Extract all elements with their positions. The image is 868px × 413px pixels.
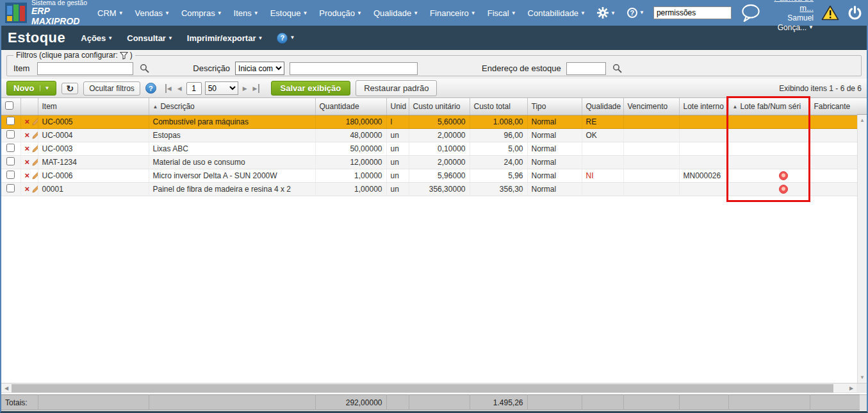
gear-icon <box>597 7 609 19</box>
sort-asc-icon: ▲ <box>733 104 738 110</box>
table-row[interactable]: × UC-0005 Combustível para máquinas 180,… <box>1 115 860 128</box>
menu-contabilidade[interactable]: Contabilidade▼ <box>528 8 585 18</box>
header-unid[interactable]: Unid <box>386 98 409 115</box>
acoes-menu[interactable]: Ações▼ <box>81 33 113 43</box>
menu-fiscal[interactable]: Fiscal▼ <box>487 8 516 18</box>
table-row[interactable]: × UC-0004 Estopas 48,00000 un 2,00000 96… <box>1 128 860 142</box>
edit-pencil-icon[interactable] <box>32 131 38 139</box>
chevron-down-icon: ▼ <box>108 35 113 41</box>
header-quantidade[interactable]: Quantidade <box>315 98 386 115</box>
table-row[interactable]: × UC-0003 Lixas ABC 50,00000 un 0,10000 … <box>1 142 860 155</box>
scroll-left-icon[interactable]: ◀ <box>1 385 12 391</box>
select-all-checkbox[interactable] <box>5 101 13 110</box>
chat-bubble-icon[interactable] <box>741 4 761 22</box>
first-page-icon[interactable]: ◀ <box>165 84 173 93</box>
account-menu[interactable]: Fábrica de m... Samuel Gonça...▼ <box>769 0 814 33</box>
scroll-right-icon[interactable]: ▶ <box>846 385 856 391</box>
next-page-icon[interactable]: ▶ <box>242 84 249 93</box>
header-custo-total[interactable]: Custo total <box>470 98 527 115</box>
search-icon[interactable] <box>140 63 149 73</box>
table-row[interactable]: × MAT-1234 Material de uso e consumo 12,… <box>1 155 860 169</box>
imprimir-exportar-menu[interactable]: Imprimir/exportar▼ <box>187 33 263 43</box>
logout-power-icon[interactable] <box>847 5 863 21</box>
menu-compras[interactable]: Compras▼ <box>181 8 222 18</box>
chevron-down-icon: ▼ <box>471 10 476 16</box>
descricao-filter-input[interactable] <box>290 62 418 75</box>
edit-pencil-icon[interactable] <box>32 117 38 126</box>
consultar-menu[interactable]: Consultar▼ <box>127 33 173 43</box>
edit-pencil-icon[interactable] <box>32 144 38 153</box>
horizontal-scrollbar[interactable]: ◀ ▶ <box>1 384 867 393</box>
search-icon[interactable] <box>612 63 622 73</box>
help-icon[interactable]: ? <box>145 83 156 94</box>
row-checkbox[interactable] <box>6 171 15 179</box>
edit-pencil-icon[interactable] <box>32 158 38 166</box>
global-search-input[interactable] <box>653 6 732 19</box>
delete-icon[interactable]: × <box>25 117 30 126</box>
table-row[interactable]: × UC-0006 Micro inversor Delta A - SUN 2… <box>1 169 860 182</box>
menu-itens[interactable]: Itens▼ <box>234 8 259 18</box>
novo-button[interactable]: Novo▼ <box>6 81 56 96</box>
delete-icon[interactable]: × <box>25 144 30 153</box>
warning-icon[interactable] <box>821 5 839 21</box>
chevron-down-icon: ▼ <box>610 10 616 16</box>
scrollbar-thumb[interactable] <box>12 384 833 392</box>
serial-number-badge-icon[interactable] <box>779 171 788 180</box>
header-tipo[interactable]: Tipo <box>527 98 582 115</box>
help-icon: ? <box>277 33 288 44</box>
serial-number-badge-icon[interactable] <box>779 185 788 194</box>
header-custo-unitario[interactable]: Custo unitário <box>409 98 470 115</box>
descricao-operator-select[interactable]: Inicia com <box>235 62 284 75</box>
header-vencimento[interactable]: Vencimento <box>623 98 679 115</box>
help-menu[interactable]: ?▼ <box>627 8 644 18</box>
page-help-menu[interactable]: ?▼ <box>277 33 295 44</box>
header-qualidade[interactable]: Qualidade <box>582 98 623 115</box>
item-filter-input[interactable] <box>37 62 133 75</box>
funnel-icon[interactable] <box>120 51 128 60</box>
endereco-filter-input[interactable] <box>566 62 606 75</box>
restaurar-padrao-button[interactable]: Restaurar padrão <box>356 80 437 96</box>
help-icon: ? <box>627 8 637 18</box>
chevron-down-icon: ▼ <box>580 10 585 16</box>
table-row[interactable]: × 00001 Painel de fibra de madeira e res… <box>1 182 860 196</box>
delete-icon[interactable]: × <box>25 184 30 194</box>
row-checkbox[interactable] <box>6 184 15 192</box>
header-lote-fab-num-serie[interactable]: ▲Lote fab/Num séri <box>728 98 810 115</box>
ocultar-filtros-button[interactable]: Ocultar filtros <box>83 81 140 96</box>
row-checkbox[interactable] <box>6 157 15 165</box>
header-item[interactable]: Item <box>38 98 149 115</box>
header-fabricante[interactable]: Fabricante <box>810 98 860 115</box>
refresh-button[interactable]: ↻ <box>61 83 78 94</box>
row-checkbox[interactable] <box>6 130 15 139</box>
menu-crm[interactable]: CRM▼ <box>97 8 124 18</box>
scroll-up-icon[interactable]: ▲ <box>858 117 867 123</box>
company-link[interactable]: Fábrica de m... <box>769 0 814 13</box>
edit-pencil-icon[interactable] <box>32 171 38 180</box>
salvar-exibicao-button[interactable]: Salvar exibição <box>271 81 351 96</box>
page-title: Estoque <box>8 30 65 46</box>
app-logo[interactable]: Sistema de gestão ERP MAXIPROD <box>5 0 88 26</box>
scroll-down-icon[interactable]: ▼ <box>858 375 867 380</box>
header-descricao[interactable]: ▲Descrição <box>149 98 315 115</box>
totals-label: Totais: <box>1 395 38 410</box>
delete-icon[interactable]: × <box>25 157 30 167</box>
menu-financeiro[interactable]: Financeiro▼ <box>430 8 476 18</box>
menu-producao[interactable]: Produção▼ <box>319 8 362 18</box>
page-size-select[interactable]: 50 <box>205 81 238 95</box>
menu-estoque[interactable]: Estoque▼ <box>270 8 308 18</box>
row-checkbox[interactable] <box>6 117 15 125</box>
vertical-scrollbar[interactable]: ▲ ▼ <box>857 115 867 383</box>
previous-page-icon[interactable]: ◀ <box>176 84 183 93</box>
delete-icon[interactable]: × <box>25 130 30 140</box>
menu-qualidade[interactable]: Qualidade▼ <box>373 8 418 18</box>
last-page-icon[interactable]: ▶ <box>252 84 259 93</box>
row-checkbox[interactable] <box>6 144 15 152</box>
page-number-input[interactable] <box>186 82 202 95</box>
delete-icon[interactable]: × <box>25 171 30 180</box>
header-lote-interno[interactable]: Lote interno <box>679 98 728 115</box>
chevron-down-icon: ▼ <box>217 10 222 16</box>
edit-pencil-icon[interactable] <box>32 185 38 193</box>
settings-menu[interactable]: ▼ <box>597 7 616 19</box>
items-count-status: Exibindo itens 1 - 6 de 6 <box>779 84 862 93</box>
menu-vendas[interactable]: Vendas▼ <box>135 8 170 18</box>
